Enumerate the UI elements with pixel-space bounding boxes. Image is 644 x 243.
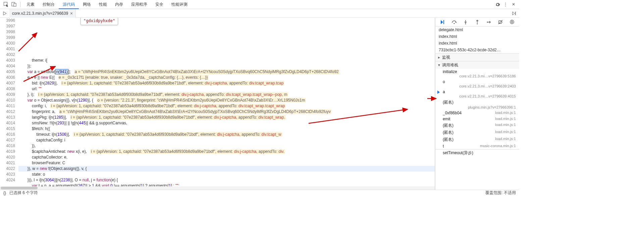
- status-bar: {} 已选择 6 个字符 覆盖范围: 不适用: [0, 190, 519, 196]
- callstack-frame[interactable]: tmusic-corona.min.js:1: [435, 143, 519, 149]
- svg-point-10: [477, 23, 478, 24]
- scope-file-item[interactable]: delegate.html: [435, 26, 519, 33]
- debugger-toolbar: [435, 18, 519, 26]
- code-line[interactable]: $fetch: h({: [18, 126, 435, 132]
- callstack-frame[interactable]: (匿名)plugins.min.js?v=27966396:1: [435, 99, 519, 110]
- debugger-sidebar: delegate.htmlindex.htmlindex.html731bcbc…: [435, 18, 519, 190]
- svg-point-13: [510, 20, 514, 24]
- callstack-frame[interactable]: _0xf86b04load.min.js:1: [435, 110, 519, 116]
- callstack-panel: ▾ 调用堆栈 initializecore.v2.21.3.mi…v=27966…: [435, 61, 519, 157]
- source-code-body[interactable]: "gdxidpyhxde" theme: i[ }); var a = wind…: [18, 18, 435, 190]
- kebab-menu-icon[interactable]: ⋮: [502, 1, 509, 8]
- run-snippet-icon[interactable]: [0, 11, 9, 15]
- svg-line-4: [18, 33, 37, 51]
- callstack-frame[interactable]: emitload.min.js:1: [435, 116, 519, 122]
- code-line[interactable]: $captchaAnticheat: new x(i, e), i = {api…: [18, 149, 435, 155]
- coverage-status: 覆盖范围: 不适用: [485, 190, 516, 196]
- inspect-icon[interactable]: [2, 0, 10, 8]
- device-toggle-icon[interactable]: [10, 0, 18, 8]
- code-line[interactable]: theme: i[: [18, 58, 435, 63]
- svg-point-9: [465, 23, 466, 24]
- settings-icon[interactable]: [494, 1, 501, 8]
- callstack-panel-header[interactable]: ▾ 调用堆栈: [435, 61, 519, 69]
- devtools-tab-8[interactable]: 性能评测: [167, 0, 192, 9]
- callstack-frame[interactable]: (匿名)load.min.js:1: [435, 129, 519, 136]
- horizontal-scrollbar[interactable]: [0, 186, 435, 190]
- close-tab-icon[interactable]: ×: [70, 9, 73, 18]
- code-line[interactable]: timeout: i[n(1506)], i = {apiVersion: 1,…: [18, 132, 435, 137]
- svg-rect-3: [515, 12, 516, 15]
- code-line[interactable]: config: i, i = {apiVersion: 1, captchaId…: [18, 103, 435, 109]
- devtools-tab-3[interactable]: 网络: [79, 0, 95, 9]
- code-line[interactable]: fingerprint: a, a = "cWhjHmPR4\SnEKtbm2y…: [18, 109, 435, 115]
- collapse-triangle-icon: ▸: [437, 55, 441, 60]
- scope-file-item[interactable]: index.html: [435, 40, 519, 47]
- pretty-print-icon[interactable]: {}: [3, 191, 6, 195]
- scope-file-item[interactable]: 731bcbc1-553c-42c2-bcde-32d2…: [435, 47, 519, 53]
- code-line[interactable]: captchaConfig: i: [18, 137, 435, 143]
- watch-panel: ▸ 监视: [435, 53, 519, 61]
- code-line[interactable]: browserFeature: C: [18, 160, 435, 166]
- callstack-frame[interactable]: acore.v2.21.3.mi…v=2796639:4015: [435, 89, 519, 99]
- sources-file-tabbar: core.v2.21.3.min.js?v=2796639 ×: [0, 9, 519, 18]
- line-number-gutter: 3996399739983999400040014002400340044005…: [0, 18, 18, 190]
- devtools-tab-2[interactable]: 源代码: [59, 0, 79, 9]
- step-over-icon[interactable]: [450, 18, 458, 26]
- code-line[interactable]: var o = Object.assign({}, v[n(1290)], { …: [18, 98, 435, 103]
- devtools-tab-7[interactable]: 安全: [151, 0, 167, 9]
- code-line[interactable]: });: [18, 63, 435, 69]
- value-tooltip: "gdxidpyhxde": [80, 18, 118, 25]
- code-line[interactable]: }, i); i = {apiVersion: 1, captchaId: "0…: [18, 92, 435, 98]
- watch-panel-label: 监视: [442, 55, 450, 60]
- devtools-tab-1[interactable]: 控制台: [39, 0, 59, 9]
- devtools-tab-5[interactable]: 内存: [111, 0, 127, 9]
- code-line[interactable]: e = e || new E({ e = _0x3c17f1 {enable: …: [18, 75, 435, 80]
- deactivate-breakpoints-icon[interactable]: [497, 18, 504, 26]
- callstack-frame[interactable]: (匿名)load.min.js:1: [435, 122, 519, 129]
- code-line[interactable]: bid: i[n(2829)], i = {apiVersion: 1, cap…: [18, 80, 435, 86]
- svg-rect-7: [443, 20, 444, 24]
- svg-point-8: [453, 23, 454, 24]
- file-tab[interactable]: core.v2.21.3.min.js?v=2796639 ×: [9, 9, 76, 18]
- code-line[interactable]: state: o: [18, 172, 435, 177]
- code-line[interactable]: }),: [18, 143, 435, 149]
- resume-icon[interactable]: [439, 18, 446, 26]
- code-line[interactable]: }), w = new f(Object.assign({}, v, {: [18, 166, 435, 172]
- source-code-pane[interactable]: 3996399739983999400040014002400340044005…: [0, 18, 435, 190]
- code-line[interactable]: var a = window[n(941)]; a = "cWhjHmPR4\S…: [18, 69, 435, 75]
- code-line[interactable]: })), I = i[n(3064)][n(2238)], O = null, …: [18, 177, 435, 183]
- svg-rect-2: [14, 3, 16, 6]
- scrollbar-thumb[interactable]: [1, 187, 38, 189]
- callstack-frame[interactable]: ocore.v2.21.3.mi…v=2796639:2403: [435, 79, 519, 89]
- callstack-frame[interactable]: setTimeout(异步): [435, 149, 519, 157]
- step-out-icon[interactable]: [474, 18, 481, 26]
- devtools-tab-6[interactable]: 应用程序: [127, 0, 151, 9]
- svg-point-11: [487, 21, 488, 22]
- selection-status: 已选择 6 个字符: [9, 190, 38, 196]
- svg-rect-15: [512, 21, 513, 23]
- expand-triangle-icon: ▾: [437, 63, 441, 67]
- pause-on-exceptions-icon[interactable]: [508, 18, 516, 26]
- devtools-tabbar: 元素控制台源代码网络性能内存应用程序安全性能评测 ⋮ ✕: [0, 0, 519, 9]
- callstack-panel-label: 调用堆栈: [442, 62, 458, 68]
- code-line[interactable]: captchaCollector: e,: [18, 155, 435, 160]
- callstack-frame[interactable]: (匿名)load.min.js:1: [435, 136, 519, 143]
- callstack-frame[interactable]: initializecore.v2.21.3.mi…v=2796639:5186: [435, 69, 519, 79]
- scope-files-list: delegate.htmlindex.htmlindex.html731bcbc…: [435, 26, 519, 53]
- code-line[interactable]: smsNew: !!i[n(293)] || !g[n(445)] && g.s…: [18, 120, 435, 126]
- code-line[interactable]: url: "": [18, 86, 435, 92]
- file-tab-name: core.v2.21.3.min.js?v=2796639: [12, 9, 68, 18]
- step-into-icon[interactable]: [462, 18, 469, 26]
- watch-panel-header[interactable]: ▸ 监视: [435, 54, 519, 61]
- separator: [20, 2, 20, 7]
- devtools-tab-0[interactable]: 元素: [22, 0, 39, 9]
- code-line[interactable]: langPkg: i[n(1285)], i = {apiVersion: 1,…: [18, 115, 435, 120]
- svg-rect-14: [512, 21, 512, 23]
- devtools-tab-4[interactable]: 性能: [95, 0, 111, 9]
- annotation-arrow: [18, 24, 42, 58]
- step-icon[interactable]: [485, 18, 493, 26]
- close-devtools-icon[interactable]: ✕: [510, 1, 517, 8]
- scope-file-item[interactable]: index.html: [435, 33, 519, 40]
- goto-end-icon[interactable]: [510, 11, 519, 15]
